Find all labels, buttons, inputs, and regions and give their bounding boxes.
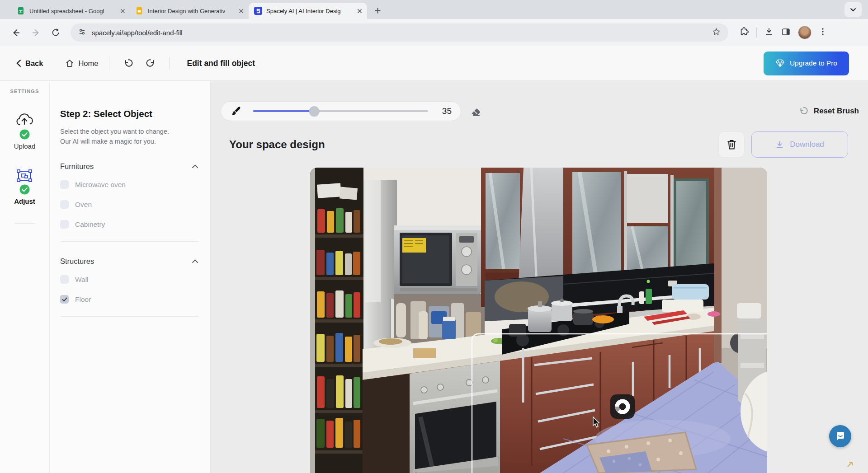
checkbox-row-oven[interactable]: Oven (60, 199, 198, 211)
select-object-panel: Step 2: Select Object Select the object … (50, 81, 211, 473)
checkbox-label: Oven (75, 201, 92, 209)
checkbox-label: Wall (75, 276, 89, 284)
chevron-up-icon (192, 259, 198, 263)
checkbox-checked[interactable] (60, 295, 69, 304)
eraser-icon (470, 106, 481, 117)
download-button[interactable]: Download (751, 131, 848, 158)
home-label: Home (78, 59, 98, 68)
checkbox[interactable] (60, 275, 69, 284)
section-label: Structures (60, 257, 94, 266)
browser-tabstrip: Untitled spreadsheet - Googl Interior De… (0, 0, 868, 19)
step-label: Adjust (14, 197, 35, 205)
rail-divider (14, 223, 35, 224)
eraser-button[interactable] (467, 102, 485, 120)
extensions-icon[interactable] (739, 27, 749, 38)
delete-button[interactable] (718, 131, 745, 158)
brush-size-slider[interactable] (253, 107, 428, 116)
slider-handle[interactable] (309, 106, 319, 116)
design-title: Your space design (229, 138, 325, 151)
close-tab-icon[interactable] (355, 7, 363, 15)
google-sheets-icon (17, 7, 25, 15)
reset-brush-label: Reset Brush (814, 107, 859, 116)
back-label: Back (25, 59, 43, 68)
close-tab-icon[interactable] (118, 7, 127, 15)
reset-brush-button[interactable]: Reset Brush (798, 106, 859, 116)
upgrade-label: Upgrade to Pro (790, 59, 837, 67)
tab-search-chevron-button[interactable] (844, 2, 862, 17)
tab-spacely-active[interactable]: Spacely AI | AI Interior Desig (249, 3, 367, 19)
page-title: Edit and fill object (187, 59, 255, 68)
redo-button[interactable] (143, 56, 158, 71)
undo-icon (123, 58, 133, 69)
corner-scroll-arrow-icon (846, 460, 854, 470)
downloads-icon[interactable] (764, 27, 774, 38)
checkbox[interactable] (60, 200, 69, 209)
new-tab-button[interactable] (371, 4, 384, 17)
header-divider (109, 57, 109, 70)
brush-size-control: 35 (221, 101, 461, 121)
home-button[interactable]: Home (65, 59, 98, 68)
step-done-check-icon (19, 129, 30, 140)
tab-slides[interactable]: Interior Design with Generativ (130, 3, 249, 19)
panel-title: Step 2: Select Object (60, 108, 198, 119)
browser-forward-icon[interactable] (27, 24, 44, 41)
brush-icon[interactable] (230, 106, 241, 117)
profile-avatar[interactable] (798, 26, 811, 39)
toolbar-divider (756, 28, 757, 37)
settings-label: SETTINGS (10, 89, 39, 94)
brush-size-value: 35 (438, 106, 452, 116)
reset-icon (798, 106, 808, 116)
checkbox-label: Microwave oven (75, 181, 126, 189)
download-icon (775, 140, 784, 149)
panel-divider (60, 241, 198, 242)
tab-title: Untitled spreadsheet - Googl (29, 8, 114, 14)
panel-divider (60, 316, 198, 317)
undo-button[interactable] (120, 56, 136, 71)
close-tab-icon[interactable] (237, 7, 245, 15)
google-slides-icon (136, 7, 144, 15)
browser-reload-icon[interactable] (47, 24, 64, 41)
section-structures[interactable]: Structures (60, 257, 198, 266)
design-canvas-photo[interactable] (310, 168, 767, 473)
header-divider (169, 57, 170, 70)
oven-render (410, 361, 500, 473)
checkbox-row-microwave-oven[interactable]: Microwave oven (60, 179, 198, 191)
panel-description: Select the object you want to change. Ou… (60, 126, 174, 147)
step-adjust[interactable]: Adjust (14, 169, 35, 205)
checkbox-label: Cabinetry (75, 220, 105, 229)
bookmark-star-icon[interactable] (712, 27, 721, 38)
side-panel-icon[interactable] (781, 27, 791, 38)
download-label: Download (790, 140, 824, 149)
browser-toolbar: spacely.ai/app/tool/edit-and-fill (0, 19, 868, 46)
step-label: Upload (14, 142, 36, 150)
chevron-left-icon (16, 59, 21, 67)
header-divider (54, 57, 54, 70)
section-furnitures[interactable]: Furnitures (60, 162, 198, 171)
adjust-selection-icon (16, 169, 33, 183)
chat-support-button[interactable] (829, 425, 851, 447)
url-text[interactable]: spacely.ai/app/tool/edit-and-fill (92, 29, 183, 37)
kitchen-photo-render (310, 168, 767, 473)
screen: Untitled spreadsheet - Googl Interior De… (0, 0, 868, 473)
step-upload[interactable]: Upload (14, 113, 36, 150)
checkbox[interactable] (60, 180, 69, 189)
microwave-render (394, 225, 481, 294)
tab-title: Spacely AI | AI Interior Desig (266, 8, 351, 14)
checkbox[interactable] (60, 220, 69, 229)
browser-back-icon[interactable] (7, 24, 24, 41)
omnibox[interactable]: spacely.ai/app/tool/edit-and-fill (71, 23, 728, 42)
section-label: Furnitures (60, 162, 94, 171)
spacely-logo-icon (254, 7, 262, 15)
upgrade-to-pro-button[interactable]: Upgrade to Pro (764, 52, 849, 75)
back-button[interactable]: Back (16, 59, 43, 68)
checkbox-row-cabinetry[interactable]: Cabinetry (60, 219, 198, 230)
browser-menu-icon[interactable] (819, 28, 827, 37)
steps-rail: SETTINGS Upload (0, 81, 50, 473)
tab-spreadsheet[interactable]: Untitled spreadsheet - Googl (12, 3, 130, 19)
chat-bubble-icon (835, 431, 846, 442)
checkbox-label: Floor (75, 295, 91, 304)
checkbox-row-wall[interactable]: Wall (60, 274, 198, 286)
checkbox-row-floor[interactable]: Floor (60, 294, 198, 305)
gem-icon (775, 59, 785, 67)
site-settings-icon[interactable] (78, 28, 86, 38)
